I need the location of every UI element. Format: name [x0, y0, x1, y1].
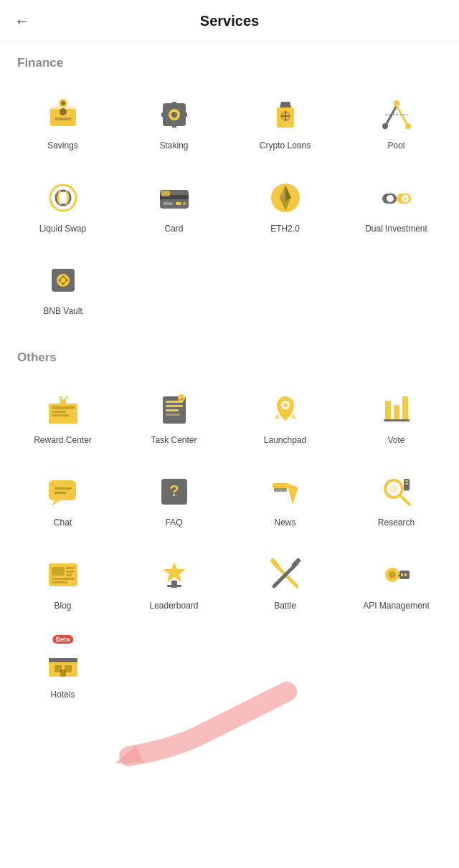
svg-rect-97	[398, 575, 401, 576]
bnb-vault-icon	[43, 260, 83, 300]
savings-item[interactable]: Savings	[7, 82, 118, 165]
vote-icon	[377, 389, 417, 429]
task-center-label: Task Center	[151, 435, 197, 447]
svg-marker-66	[52, 500, 60, 506]
svg-rect-83	[66, 571, 75, 573]
pool-icon	[377, 95, 417, 135]
card-label: Card	[164, 224, 183, 235]
hotels-label: Hotels	[50, 690, 75, 701]
back-button[interactable]: ←	[14, 12, 30, 31]
beta-badge: Beta	[52, 635, 74, 644]
vote-label: Vote	[387, 435, 404, 447]
blog-label: Blog	[54, 601, 71, 612]
battle-item[interactable]: Battle	[230, 542, 341, 625]
svg-line-74	[400, 495, 410, 505]
svg-rect-95	[401, 573, 403, 576]
savings-icon	[43, 95, 83, 135]
svg-rect-96	[404, 573, 407, 576]
svg-rect-28	[163, 202, 173, 205]
svg-rect-68	[55, 492, 66, 494]
svg-rect-3	[55, 118, 72, 120]
bnb-vault-label: BNB Vault	[43, 306, 82, 318]
battle-icon	[265, 555, 306, 595]
svg-rect-84	[66, 574, 72, 576]
blog-item[interactable]: Blog	[7, 542, 118, 625]
svg-point-98	[389, 571, 396, 578]
svg-point-20	[382, 123, 388, 129]
task-center-item[interactable]: ≡ Task Center	[118, 376, 230, 459]
svg-rect-77	[405, 480, 408, 482]
eth2-label: ETH2.0	[270, 224, 300, 235]
svg-point-60	[283, 403, 288, 407]
svg-rect-78	[405, 483, 408, 485]
card-icon	[154, 178, 194, 218]
svg-rect-51	[60, 399, 66, 404]
launchpad-icon	[265, 389, 306, 429]
reward-center-label: Reward Center	[34, 435, 92, 447]
api-management-item[interactable]: API Management	[341, 542, 452, 625]
svg-rect-82	[66, 567, 75, 569]
leaderboard-item[interactable]: Leaderboard	[118, 542, 230, 625]
svg-rect-62	[394, 405, 399, 419]
svg-rect-11	[161, 113, 164, 117]
staking-label: Staking	[159, 140, 188, 152]
page-title: Services	[200, 13, 259, 29]
faq-icon: ?	[154, 472, 194, 512]
bnb-vault-item[interactable]: BNB Vault	[7, 247, 118, 330]
liquid-swap-label: Liquid Swap	[39, 224, 86, 235]
dual-investment-icon	[377, 178, 417, 218]
svg-rect-65	[49, 480, 76, 500]
svg-point-2	[60, 108, 67, 115]
research-item[interactable]: Research	[341, 459, 452, 542]
svg-point-21	[405, 123, 411, 129]
svg-point-8	[171, 112, 177, 118]
research-label: Research	[378, 518, 415, 529]
card-item[interactable]: Card	[118, 165, 230, 248]
svg-rect-86	[52, 581, 67, 583]
research-icon	[377, 472, 417, 512]
crypto-loans-label: Crypto Loans	[260, 140, 311, 152]
svg-point-24	[50, 185, 76, 211]
news-item[interactable]: News	[230, 459, 341, 542]
dual-investment-item[interactable]: Dual Investment	[341, 165, 452, 248]
svg-point-5	[61, 101, 65, 105]
api-management-label: API Management	[363, 601, 430, 612]
savings-label: Savings	[47, 140, 78, 152]
launchpad-item[interactable]: Launchpad	[230, 376, 341, 459]
news-icon	[265, 472, 306, 512]
faq-item[interactable]: ? FAQ	[118, 459, 230, 542]
crypto-loans-icon	[265, 95, 306, 135]
eth2-item[interactable]: ETH2.0	[230, 165, 341, 248]
svg-rect-30	[183, 202, 186, 205]
svg-text:≡: ≡	[179, 396, 182, 401]
battle-label: Battle	[274, 601, 296, 612]
reward-center-item[interactable]: Reward Center	[7, 376, 118, 459]
staking-item[interactable]: Staking	[118, 82, 230, 165]
others-grid: Reward Center ≡ Task Center	[0, 369, 459, 720]
crypto-loans-item[interactable]: Crypto Loans	[230, 82, 341, 165]
svg-rect-29	[176, 202, 181, 205]
chat-item[interactable]: Chat	[7, 459, 118, 542]
svg-point-38	[387, 195, 394, 202]
svg-rect-55	[166, 409, 179, 411]
finance-grid: Savings Staking	[0, 75, 459, 338]
eth2-icon	[265, 178, 306, 218]
svg-rect-50	[52, 414, 69, 416]
svg-rect-64	[384, 419, 410, 421]
svg-point-22	[394, 100, 399, 106]
vote-item[interactable]: Vote	[341, 376, 452, 459]
task-center-icon: ≡	[154, 389, 194, 429]
svg-rect-67	[55, 487, 72, 490]
svg-rect-61	[385, 401, 391, 419]
liquid-swap-item[interactable]: Liquid Swap	[7, 165, 118, 248]
reward-center-icon	[43, 389, 83, 429]
svg-text:?: ?	[169, 482, 179, 500]
others-section-label: Others	[0, 338, 459, 369]
svg-rect-88	[167, 585, 181, 587]
svg-point-75	[389, 485, 398, 493]
svg-rect-9	[172, 102, 176, 105]
pool-item[interactable]: Pool	[341, 82, 452, 165]
svg-rect-10	[172, 125, 176, 128]
svg-rect-85	[52, 578, 75, 580]
pool-label: Pool	[387, 140, 404, 152]
